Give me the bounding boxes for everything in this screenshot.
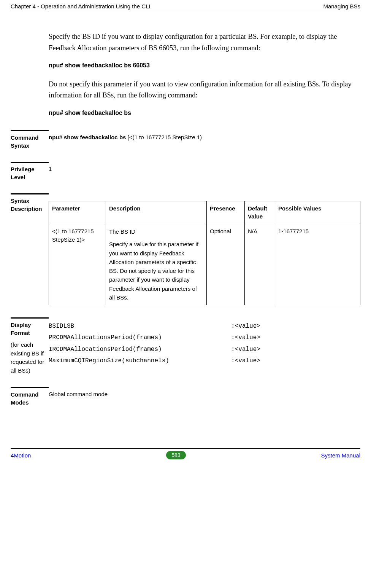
content-command-syntax: npu# show feedbackalloc bs [<(1 to 16777… xyxy=(49,130,360,142)
intro-command-2: npu# show feedbackalloc bs xyxy=(49,108,357,118)
header-right: Managing BSs xyxy=(323,3,360,10)
intro-paragraph-2: Do not specify this parameter if you wan… xyxy=(49,79,357,101)
command-syntax-rest: [<(1 to 16777215 StepSize 1) xyxy=(128,134,202,140)
td-desc-line1: The BS ID xyxy=(109,228,135,235)
header-left: Chapter 4 - Operation and Administration… xyxy=(11,3,151,10)
footer-left[interactable]: 4Motion xyxy=(11,452,31,459)
intro-command-1: npu# show feedbackalloc bs 66053 xyxy=(49,61,357,70)
command-syntax-bold: npu# show feedbackalloc bs xyxy=(49,134,128,140)
section-display-format: Display Format (for each existing BS if … xyxy=(11,317,360,375)
page-footer: 4Motion 583 System Manual xyxy=(11,449,360,466)
td-parameter: <(1 to 16777215 StepSize 1)> xyxy=(49,224,106,305)
content-syntax-description: Parameter Description Presence Default V… xyxy=(49,193,360,306)
th-parameter: Parameter xyxy=(49,201,106,224)
td-description: The BS ID Specify a value for this param… xyxy=(106,224,207,305)
section-syntax-description: Syntax Description Parameter Description… xyxy=(11,193,360,306)
content-privilege-level: 1 xyxy=(49,162,360,173)
th-presence: Presence xyxy=(207,201,245,224)
td-possible: 1-16777215 xyxy=(275,224,360,305)
section-command-modes: Command Modes Global command mode xyxy=(11,387,360,406)
td-presence: Optional xyxy=(207,224,245,305)
content-display-format: BSIDLSB :<value> PRCDMAAllocationsPeriod… xyxy=(49,317,360,367)
footer-right[interactable]: System Manual xyxy=(321,452,360,459)
th-default: Default Value xyxy=(245,201,275,224)
section-privilege-level: Privilege Level 1 xyxy=(11,162,360,181)
display-format-lines: BSIDLSB :<value> PRCDMAAllocationsPeriod… xyxy=(49,320,360,367)
th-possible: Possible Values xyxy=(275,201,360,224)
section-command-syntax: Command Syntax npu# show feedbackalloc b… xyxy=(11,130,360,150)
label-privilege-level: Privilege Level xyxy=(11,162,49,181)
label-syntax-description: Syntax Description xyxy=(11,193,49,213)
label-display-format-subnote: (for each existing BS if requested for a… xyxy=(11,341,49,375)
td-default: N/A xyxy=(245,224,275,305)
content-command-modes: Global command mode xyxy=(49,387,360,398)
page-number-badge: 583 xyxy=(166,451,186,459)
th-description: Description xyxy=(106,201,207,224)
label-command-modes: Command Modes xyxy=(11,387,49,406)
header-rule xyxy=(11,12,360,12)
intro-paragraph-1: Specify the BS ID if you want to display… xyxy=(49,31,357,54)
page-header: Chapter 4 - Operation and Administration… xyxy=(11,0,360,12)
label-command-syntax: Command Syntax xyxy=(11,130,49,150)
table-row: <(1 to 16777215 StepSize 1)> The BS ID S… xyxy=(49,224,360,305)
table-header-row: Parameter Description Presence Default V… xyxy=(49,201,360,224)
td-desc-rest: Specify a value for this parameter if yo… xyxy=(109,240,203,302)
label-display-format: Display Format (for each existing BS if … xyxy=(11,317,49,375)
syntax-table: Parameter Description Presence Default V… xyxy=(49,201,360,306)
label-display-format-text: Display Format xyxy=(11,322,31,336)
